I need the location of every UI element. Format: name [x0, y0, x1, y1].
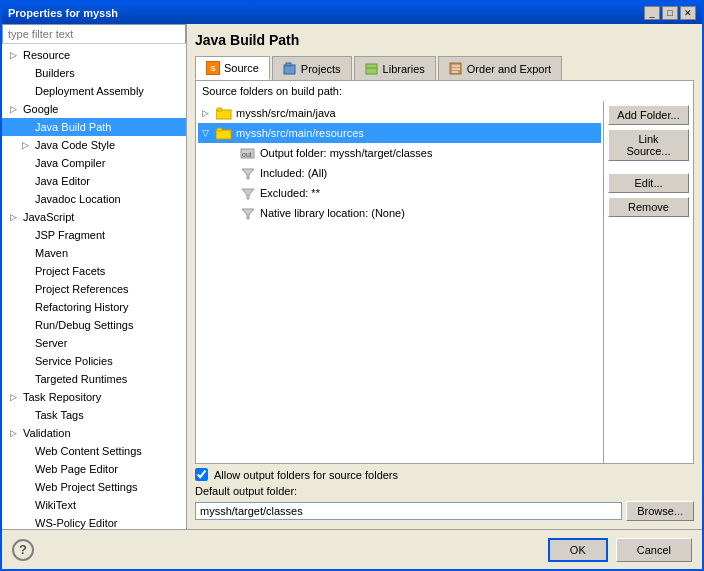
sidebar-item-task-repository[interactable]: ▷ Task Repository: [2, 388, 186, 406]
sidebar-item-server[interactable]: Server: [2, 334, 186, 352]
sidebar-item-maven[interactable]: Maven: [2, 244, 186, 262]
sidebar-item-label: Web Project Settings: [35, 479, 138, 495]
ok-button[interactable]: OK: [548, 538, 608, 562]
sidebar-item-web-project-settings[interactable]: Web Project Settings: [2, 478, 186, 496]
sidebar-item-label: Validation: [23, 425, 71, 441]
allow-output-label: Allow output folders for source folders: [214, 469, 398, 481]
tab-order-export[interactable]: Order and Export: [438, 56, 562, 80]
sidebar-item-run-debug-settings[interactable]: Run/Debug Settings: [2, 316, 186, 334]
tabs-row: S Source Projects Libraries: [195, 56, 694, 80]
tree-item-label: Included: (All): [260, 165, 327, 181]
sidebar-item-web-content-settings[interactable]: Web Content Settings: [2, 442, 186, 460]
tree-item-native-lib[interactable]: Native library location: (None): [198, 203, 601, 223]
tab-projects-label: Projects: [301, 63, 341, 75]
tree-item-label: Excluded: **: [260, 185, 320, 201]
tree-item-output-folder[interactable]: out Output folder: myssh/target/classes: [198, 143, 601, 163]
sidebar-item-label: Web Content Settings: [35, 443, 142, 459]
tree-item-label: myssh/src/main/resources: [236, 125, 364, 141]
sidebar-item-project-references[interactable]: Project References: [2, 280, 186, 298]
sidebar-item-resource[interactable]: ▷ Resource: [2, 46, 186, 64]
help-button[interactable]: ?: [12, 539, 34, 561]
tab-source[interactable]: S Source: [195, 56, 270, 80]
sidebar-item-java-editor[interactable]: Java Editor: [2, 172, 186, 190]
window-title: Properties for myssh: [8, 7, 118, 19]
close-button[interactable]: ✕: [680, 6, 696, 20]
content-box: Source folders on build path: ▷ myssh/sr…: [195, 80, 694, 464]
sidebar-item-java-build-path[interactable]: Java Build Path: [2, 118, 186, 136]
right-panel: Java Build Path S Source Projects: [187, 24, 702, 529]
sidebar-item-google[interactable]: ▷ Google: [2, 100, 186, 118]
folder-icon: [216, 107, 232, 120]
tab-projects[interactable]: Projects: [272, 56, 352, 80]
add-folder-button[interactable]: Add Folder...: [608, 105, 689, 125]
filter-icon: [240, 167, 256, 180]
sidebar-item-javadoc-location[interactable]: Javadoc Location: [2, 190, 186, 208]
sidebar-item-task-tags[interactable]: Task Tags: [2, 406, 186, 424]
svg-rect-9: [217, 108, 222, 111]
source-tree: ▷ myssh/src/main/java ▽: [196, 101, 603, 463]
libraries-tab-icon: [365, 62, 379, 76]
sidebar-item-javascript[interactable]: ▷ JavaScript: [2, 208, 186, 226]
sidebar-item-label: Javadoc Location: [35, 191, 121, 207]
minimize-button[interactable]: _: [644, 6, 660, 20]
tree-item-src-main-java[interactable]: ▷ myssh/src/main/java: [198, 103, 601, 123]
tree-item-src-main-resources[interactable]: ▽ myssh/src/main/resources: [198, 123, 601, 143]
content-label: Source folders on build path:: [196, 81, 693, 101]
sidebar-item-ws-policy-editor[interactable]: WS-Policy Editor: [2, 514, 186, 529]
svg-rect-1: [286, 63, 291, 66]
tree-item-included[interactable]: Included: (All): [198, 163, 601, 183]
expand-icon: ▷: [10, 209, 20, 225]
main-content: ▷ Resource Builders Deployment Assembly …: [2, 24, 702, 529]
sidebar-item-builders[interactable]: Builders: [2, 64, 186, 82]
sidebar-item-validation[interactable]: ▷ Validation: [2, 424, 186, 442]
title-bar: Properties for myssh _ □ ✕: [2, 2, 702, 24]
remove-button[interactable]: Remove: [608, 197, 689, 217]
sidebar-item-label: Maven: [35, 245, 68, 261]
main-window: Properties for myssh _ □ ✕ ▷ Resource Bu…: [0, 0, 704, 571]
sidebar-item-label: Builders: [35, 65, 75, 81]
sidebar-item-label: Java Compiler: [35, 155, 105, 171]
sidebar-item-project-facets[interactable]: Project Facets: [2, 262, 186, 280]
sidebar-item-label: WikiText: [35, 497, 76, 513]
sidebar-item-label: Task Tags: [35, 407, 84, 423]
expand-icon: ▷: [10, 389, 20, 405]
filter-input[interactable]: [2, 24, 186, 44]
filter-icon: [240, 207, 256, 220]
sidebar-item-label: Resource: [23, 47, 70, 63]
maximize-button[interactable]: □: [662, 6, 678, 20]
sidebar-item-label: JavaScript: [23, 209, 74, 225]
sidebar-item-targeted-runtimes[interactable]: Targeted Runtimes: [2, 370, 186, 388]
sidebar-item-deployment-assembly[interactable]: Deployment Assembly: [2, 82, 186, 100]
allow-output-checkbox[interactable]: [195, 468, 208, 481]
sidebar-item-web-page-editor[interactable]: Web Page Editor: [2, 460, 186, 478]
tab-libraries[interactable]: Libraries: [354, 56, 436, 80]
cancel-button[interactable]: Cancel: [616, 538, 692, 562]
sidebar-item-wikitext[interactable]: WikiText: [2, 496, 186, 514]
title-bar-buttons: _ □ ✕: [644, 6, 696, 20]
expand-icon: ▷: [10, 425, 20, 441]
sidebar-item-service-policies[interactable]: Service Policies: [2, 352, 186, 370]
edit-button[interactable]: Edit...: [608, 173, 689, 193]
default-output-input[interactable]: [195, 502, 622, 520]
sidebar-item-label: Task Repository: [23, 389, 101, 405]
sidebar-item-label: Java Build Path: [35, 119, 111, 135]
tree-item-label: Native library location: (None): [260, 205, 405, 221]
tree-item-label: Output folder: myssh/target/classes: [260, 145, 432, 161]
sidebar-item-java-code-style[interactable]: ▷ Java Code Style: [2, 136, 186, 154]
tree-item-excluded[interactable]: Excluded: **: [198, 183, 601, 203]
browse-button[interactable]: Browse...: [626, 501, 694, 521]
link-source-button[interactable]: Link Source...: [608, 129, 689, 161]
sidebar-tree: ▷ Resource Builders Deployment Assembly …: [2, 44, 186, 529]
sidebar-item-label: Web Page Editor: [35, 461, 118, 477]
sidebar: ▷ Resource Builders Deployment Assembly …: [2, 24, 187, 529]
svg-marker-15: [242, 189, 254, 199]
expand-icon: ▷: [10, 47, 20, 63]
sidebar-item-label: Service Policies: [35, 353, 113, 369]
svg-marker-16: [242, 209, 254, 219]
sidebar-item-refactoring-history[interactable]: Refactoring History: [2, 298, 186, 316]
sidebar-item-jsp-fragment[interactable]: JSP Fragment: [2, 226, 186, 244]
sidebar-item-label: Java Editor: [35, 173, 90, 189]
expand-icon: ▷: [22, 137, 32, 153]
sidebar-item-java-compiler[interactable]: Java Compiler: [2, 154, 186, 172]
svg-marker-14: [242, 169, 254, 179]
